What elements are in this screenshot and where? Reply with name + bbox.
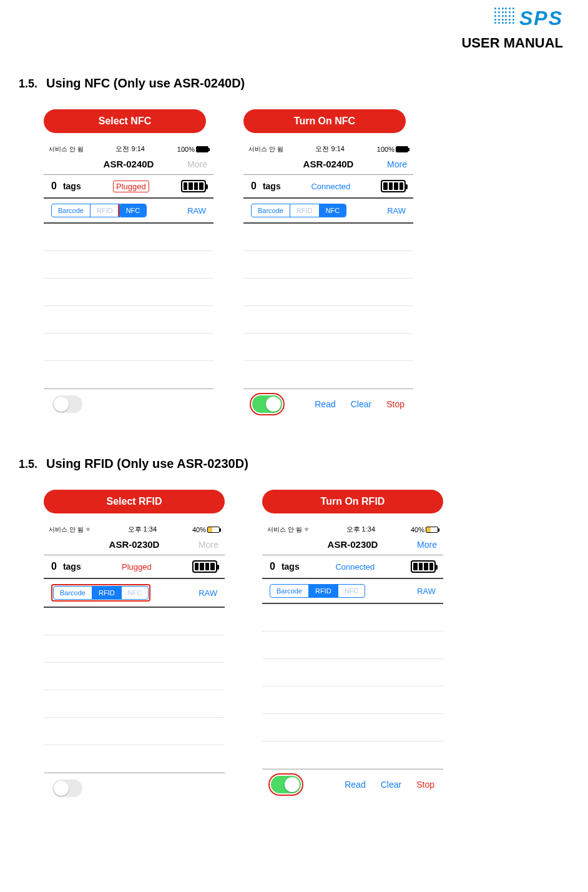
raw-link[interactable]: RAW <box>198 588 217 598</box>
seg-nfc[interactable]: NFC <box>320 204 346 217</box>
carrier-label: 서비스 안 됨 <box>248 145 283 154</box>
battery-icon <box>196 146 208 152</box>
s1-left-col: Select NFC 서비스 안 됨 오전 9:14 100% ASR-0240… <box>44 109 225 419</box>
status-plugged: Plugged <box>113 181 149 192</box>
raw-link[interactable]: RAW <box>387 206 406 216</box>
clock-label: 오전 9:14 <box>315 144 344 154</box>
read-button[interactable]: Read <box>345 780 365 790</box>
seg-nfc[interactable]: NFC <box>120 204 147 217</box>
list-item <box>44 334 213 361</box>
list-item <box>243 361 413 389</box>
seg-barcode[interactable]: Barcode <box>54 587 92 599</box>
segment-bar: Barcode RFID NFC RAW <box>262 579 443 604</box>
battery-pct: 40% <box>411 526 424 533</box>
nav-title: ASR-0230D <box>77 539 191 550</box>
info-bar: 0 tags Plugged <box>44 175 213 199</box>
seg-barcode[interactable]: Barcode <box>252 204 290 217</box>
nfc-toggle[interactable] <box>52 395 82 413</box>
bottom-bar <box>44 773 225 803</box>
carrier-label: 서비스 안 됨 <box>49 525 84 534</box>
read-button[interactable]: Read <box>315 399 335 409</box>
phone-screenshot-2: 서비스 안 됨 오전 9:14 100% ASR-0240D More 0 ta… <box>243 142 413 419</box>
tag-list <box>44 608 225 773</box>
tag-list <box>44 224 213 389</box>
list-item <box>44 635 225 663</box>
rfid-toggle[interactable] <box>52 780 82 797</box>
more-button[interactable]: More <box>380 159 407 169</box>
phone-screenshot-1: 서비스 안 됨 오전 9:14 100% ASR-0240D More 0 ta… <box>44 142 213 419</box>
wifi-icon: ᯤ <box>305 526 311 533</box>
page: SPS USER MANUAL 1.5. Using NFC (Only use… <box>0 0 588 822</box>
s2-right-col: Turn On RFID 서비스 안 됨 ᯤ 오후 1:34 40% ASR-0… <box>262 490 449 803</box>
list-item <box>44 745 225 773</box>
tag-list <box>262 604 443 769</box>
status-bar: 서비스 안 됨 오전 9:14 100% <box>44 142 213 155</box>
list-item <box>44 690 225 718</box>
battery-pct: 40% <box>192 526 206 533</box>
nav-title: ASR-0240D <box>277 159 380 169</box>
seg-rfid[interactable]: RFID <box>290 204 320 217</box>
device-battery-icon <box>411 560 436 573</box>
seg-barcode[interactable]: Barcode <box>270 585 309 597</box>
status-bar: 서비스 안 됨 ᯤ 오후 1:34 40% <box>262 522 443 535</box>
tag-count: 0 <box>251 181 257 192</box>
seg-nfc[interactable]: NFC <box>338 585 365 597</box>
status-connected: Connected <box>311 182 350 191</box>
raw-link[interactable]: RAW <box>417 587 436 596</box>
seg-barcode[interactable]: Barcode <box>52 204 91 217</box>
nfc-toggle[interactable] <box>252 395 282 413</box>
section-2-heading: 1.5. Using RFID (Only use ASR-0230D) <box>19 457 569 471</box>
list-item <box>243 334 413 361</box>
list-item <box>243 251 413 279</box>
clock-label: 오후 1:34 <box>346 525 375 534</box>
stop-button[interactable]: Stop <box>386 399 404 409</box>
mode-segment[interactable]: Barcode RFID NFC <box>51 204 147 217</box>
clear-button[interactable]: Clear <box>351 399 371 409</box>
raw-link[interactable]: RAW <box>187 206 206 216</box>
nav-title: ASR-0230D <box>296 539 409 550</box>
list-item <box>44 251 213 279</box>
status-connected: Connected <box>335 562 375 572</box>
list-item <box>262 604 443 632</box>
s1-right-col: Turn On NFC 서비스 안 됨 오전 9:14 100% ASR-024… <box>243 109 424 419</box>
list-item <box>262 659 443 686</box>
tags-label: tags <box>63 562 81 572</box>
more-button[interactable]: More <box>409 540 437 550</box>
seg-rfid[interactable]: RFID <box>91 204 120 217</box>
list-item <box>243 224 413 251</box>
list-item <box>44 306 213 334</box>
list-item <box>44 663 225 690</box>
battery-pct: 100% <box>377 146 394 153</box>
seg-nfc[interactable]: NFC <box>122 587 149 599</box>
clear-button[interactable]: Clear <box>381 780 401 790</box>
info-bar: 0 tags Connected <box>262 555 443 579</box>
rfid-toggle[interactable] <box>271 776 301 793</box>
more-button[interactable]: More <box>180 159 207 169</box>
list-item <box>44 224 213 251</box>
mode-segment[interactable]: Barcode RFID NFC <box>251 204 346 217</box>
section-1-heading: 1.5. Using NFC (Only use ASR-0240D) <box>19 76 569 91</box>
bottom-bar <box>44 389 213 419</box>
seg-rfid[interactable]: RFID <box>309 585 338 597</box>
carrier-label: 서비스 안 됨 <box>49 145 84 154</box>
tags-label: tags <box>282 562 300 572</box>
wifi-icon: ᯤ <box>86 526 92 533</box>
pill-select-nfc: Select NFC <box>44 109 206 133</box>
list-item <box>262 686 443 714</box>
stop-button[interactable]: Stop <box>416 780 434 790</box>
tags-label: tags <box>63 181 81 191</box>
carrier-label: 서비스 안 됨 <box>267 525 302 534</box>
pill-turnon-nfc: Turn On NFC <box>243 109 406 133</box>
section-2-row: Select RFID 서비스 안 됨 ᯤ 오후 1:34 40% ASR-02… <box>19 490 569 803</box>
pill-select-rfid: Select RFID <box>44 490 225 513</box>
nav-bar: ASR-0230D More <box>262 535 443 555</box>
mode-segment[interactable]: Barcode RFID NFC <box>53 586 149 600</box>
more-button[interactable]: More <box>191 540 218 550</box>
list-item <box>44 279 213 306</box>
seg-rfid[interactable]: RFID <box>92 587 122 599</box>
pill-turnon-rfid: Turn On RFID <box>262 490 443 513</box>
mode-segment[interactable]: Barcode RFID NFC <box>270 584 365 598</box>
battery-icon <box>426 527 438 533</box>
clock-label: 오전 9:14 <box>115 144 144 154</box>
list-item <box>243 279 413 306</box>
